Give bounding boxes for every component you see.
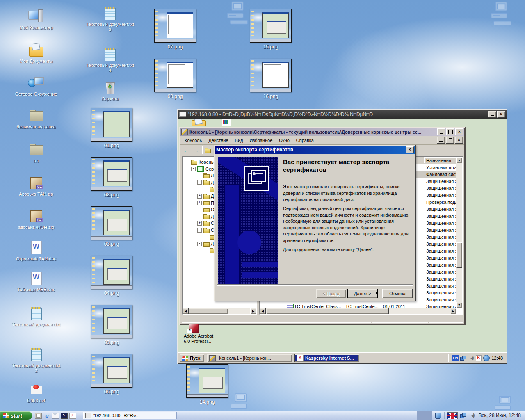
scroll-down-icon[interactable]: ▼	[456, 302, 462, 308]
menu-item-вид[interactable]: Вид	[232, 137, 247, 144]
desktop-icon-мои-документы[interactable]: Мои Документы	[11, 43, 61, 64]
mmc-minimize-button[interactable]	[437, 128, 445, 135]
taskbar-button-kaspersky[interactable]: K Kaspersky Internet S...	[294, 354, 359, 362]
menu-item-избранное[interactable]: Избранное	[247, 137, 276, 144]
thumbnail-04.png[interactable]: 04.png	[89, 256, 135, 296]
scroll-right-icon[interactable]: ▶	[450, 308, 456, 314]
remote-minimize-button[interactable]	[488, 111, 496, 118]
remote-desktop-folder-icon[interactable]	[191, 119, 206, 126]
scrollbar-thumb[interactable]	[266, 308, 389, 314]
scroll-left-icon[interactable]: ◀	[183, 308, 189, 314]
mmc-titlebar[interactable]: Консоль1 - [Корень консоли\Сертификаты -…	[180, 128, 464, 136]
desktop-icon-авоська-фюн-zip[interactable]: авоська ФЮН.zip	[11, 209, 61, 230]
quicklaunch-remote-desktop[interactable]	[60, 412, 68, 419]
back-button[interactable]: < Назад	[316, 289, 346, 298]
tree-expander-icon[interactable]: -	[197, 242, 202, 246]
desktop-icon-сетевое-окружение[interactable]: Сетевое Окружение	[11, 75, 61, 97]
language-indicator[interactable]: EN	[452, 355, 459, 361]
scroll-left-icon[interactable]: ◀	[260, 308, 266, 314]
child-restore-button[interactable]	[446, 137, 454, 144]
tree-expander-icon[interactable]: +	[197, 221, 202, 226]
desktop-icon-текстовый-документ-txt[interactable]: Текстовый документ.txt	[11, 306, 61, 327]
quicklaunch-show-desktop[interactable]	[34, 412, 42, 419]
thumbnail-02.png[interactable]: 02.png	[89, 157, 135, 198]
network-tray-icon[interactable]	[460, 413, 466, 418]
kaspersky-tray-icon[interactable]	[476, 355, 482, 361]
thumbnail-03.png[interactable]: 03.png	[89, 206, 135, 247]
desktop-icon-текстовый-документ-txt-2[interactable]: Текстовый документ.txt 2	[11, 347, 61, 374]
scrollbar-thumb[interactable]	[456, 242, 462, 268]
remote-start-button[interactable]: Пуск	[180, 354, 204, 362]
menu-item-справка[interactable]: Справка	[293, 137, 317, 144]
remote-desktop-document-icon[interactable]	[221, 119, 231, 126]
tree-item-ли[interactable]: Ли	[197, 172, 216, 179]
start-button[interactable]: start	[0, 411, 32, 420]
desktop-icon-d003-cvf[interactable]: D003.cvf	[11, 382, 61, 404]
thumbnail-16.png[interactable]: 16.png	[248, 59, 294, 99]
up-folder-icon[interactable]	[204, 146, 212, 154]
scroll-right-icon[interactable]: ▶	[250, 308, 256, 314]
tree-item-до[interactable]: До	[197, 213, 217, 220]
desktop-icon-мой-компьютер[interactable]: Мой Компьютер	[11, 9, 61, 30]
wizard-titlebar[interactable]: Мастер экспорта сертификатов ×	[215, 146, 415, 154]
tree-item-до[interactable]: +До	[197, 193, 217, 199]
remote-close-button[interactable]: ×	[497, 111, 505, 118]
remote-window-titlebar[interactable]: '192.168.0.80 - Ð□Ð»Ð¸ÐµÐ½Ñ□ Ð¢ÐµÑ□Ð¼Ð¸Ð…	[178, 110, 507, 119]
thumbnail-06.png[interactable]: 06.png	[89, 354, 135, 395]
desktop-icon-корзина[interactable]: Корзина	[85, 80, 135, 102]
desktop-icon-текстовый-документ-txt-4[interactable]: Текстовый документ.txt 4	[85, 47, 135, 73]
thumbnail-07.png[interactable]: 07.png	[152, 9, 198, 50]
remote-clock[interactable]: 12:48	[491, 356, 503, 361]
menu-item-действие[interactable]: Действие	[205, 137, 231, 144]
list-vertical-scrollbar[interactable]: ▲ ▼	[456, 157, 462, 308]
scroll-up-icon[interactable]: ▲	[456, 157, 462, 163]
mmc-maximize-button[interactable]	[446, 128, 454, 135]
tree-expander-icon[interactable]: +	[197, 194, 202, 199]
keyboard-layout-flag-icon[interactable]	[447, 412, 458, 419]
child-minimize-button[interactable]	[437, 137, 445, 144]
tree-item-се[interactable]: +Се	[197, 220, 217, 226]
child-close-button[interactable]: ×	[455, 137, 463, 144]
globe-tray-icon[interactable]	[483, 355, 490, 361]
tree-item-до[interactable]: -До	[197, 240, 217, 247]
acrobat-shortcut[interactable]: ↗ Adobe Acrobat 6.0 Professi...	[184, 324, 223, 344]
menu-item-консоль[interactable]: Консоль	[181, 137, 205, 144]
thumbnail-15.png[interactable]: 15.png	[248, 9, 294, 50]
tree-horizontal-scrollbar[interactable]: ◀ ▶	[183, 308, 256, 314]
desktop-icon-текстовый-документ-txt-3[interactable]: Текстовый документ.txt 3	[85, 6, 135, 32]
forward-icon[interactable]: →	[192, 146, 200, 154]
display-tray-icon[interactable]	[435, 413, 442, 419]
wizard-close-button[interactable]: ×	[406, 146, 414, 153]
tree-expander-icon[interactable]: -	[197, 180, 202, 185]
back-icon[interactable]: ←	[182, 146, 190, 154]
thumbnail-01.png[interactable]: 01.png	[89, 108, 135, 148]
tree-item-пр[interactable]: +Пр	[197, 200, 217, 206]
desktop-icon-огромный-тан-doc[interactable]: Огромный ТАН.doc	[11, 240, 61, 262]
cancel-button[interactable]: Отмена	[382, 289, 413, 298]
host-clock[interactable]: Вск, 28 Июн, 12:48	[477, 413, 523, 418]
taskbar-button-remote-session[interactable]: '192.168.0.80 - Ð□Ð»...	[83, 412, 177, 419]
tree-expander-icon[interactable]: -	[197, 228, 202, 233]
desktop-icon-пп[interactable]: пп	[11, 142, 61, 164]
next-button[interactable]: Далее >	[347, 289, 378, 298]
quicklaunch-mail[interactable]	[52, 412, 59, 419]
thumbnail-14.png[interactable]: 14.png	[184, 364, 230, 405]
scrollbar-thumb[interactable]	[189, 308, 228, 314]
list-horizontal-scrollbar[interactable]: ◀ ▶	[260, 308, 456, 314]
desktop-icon-таблицы-мвв-doc[interactable]: Таблицы МВВ.doc	[11, 271, 61, 292]
volume-tray-icon[interactable]	[469, 413, 475, 418]
thumbnail-05.png[interactable]: 05.png	[89, 305, 135, 345]
desktop-icon-безымянная-папка[interactable]: безымянная папка	[11, 108, 61, 130]
taskbar-button-console[interactable]: Консоль1 - [Корень кон...	[207, 354, 292, 362]
tree-item-ст[interactable]: -Ст	[197, 227, 216, 233]
network-tray-icon[interactable]	[460, 356, 466, 361]
desktop-icon-авоська-тан-zip[interactable]: Авоська ТАН.zip	[11, 176, 61, 197]
workspace-pager[interactable]	[417, 411, 432, 420]
thumbnail-08.png[interactable]: 08.png	[152, 59, 198, 99]
column-header-purpose[interactable]: Назначения	[424, 157, 459, 163]
quicklaunch-media-player[interactable]	[69, 412, 77, 419]
tree-item-до[interactable]: -До	[197, 179, 217, 186]
mmc-close-button[interactable]: ×	[455, 128, 463, 135]
tree-expander-icon[interactable]: -	[191, 167, 196, 171]
quicklaunch-internet-explorer[interactable]: e	[43, 412, 51, 419]
